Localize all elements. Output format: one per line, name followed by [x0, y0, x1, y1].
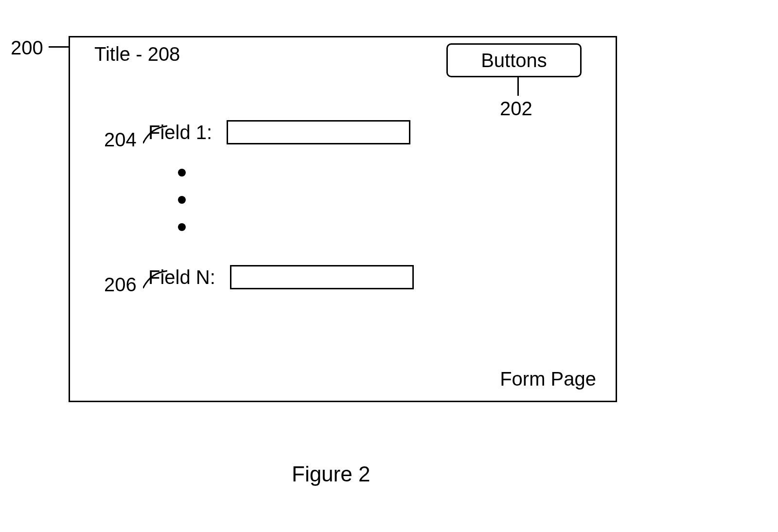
form-page-container: Title - 208 Buttons 202 204 Field 1: 206…: [69, 36, 617, 402]
reference-number-202: 202: [500, 98, 532, 120]
field-n-input[interactable]: [230, 265, 414, 289]
dot-icon: [178, 196, 186, 204]
reference-number-204: 204: [104, 129, 137, 151]
figure-caption: Figure 2: [292, 462, 370, 486]
dot-icon: [178, 169, 186, 177]
field-1-label: Field 1:: [148, 122, 212, 143]
ellipsis-dots: [178, 169, 186, 231]
page-title: Title - 208: [94, 43, 180, 65]
reference-number-206: 206: [104, 274, 137, 296]
buttons-label: Buttons: [481, 50, 547, 71]
field-n-label: Field N:: [148, 266, 215, 288]
field-1-input[interactable]: [227, 120, 410, 144]
field-n-row: Field N:: [148, 265, 414, 289]
field-1-row: Field 1:: [148, 120, 410, 144]
leader-line-200: [49, 46, 69, 48]
buttons-box[interactable]: Buttons: [446, 43, 582, 77]
leader-line-202: [517, 77, 519, 96]
dot-icon: [178, 223, 186, 231]
form-page-label: Form Page: [500, 368, 596, 390]
reference-number-200: 200: [11, 37, 43, 59]
